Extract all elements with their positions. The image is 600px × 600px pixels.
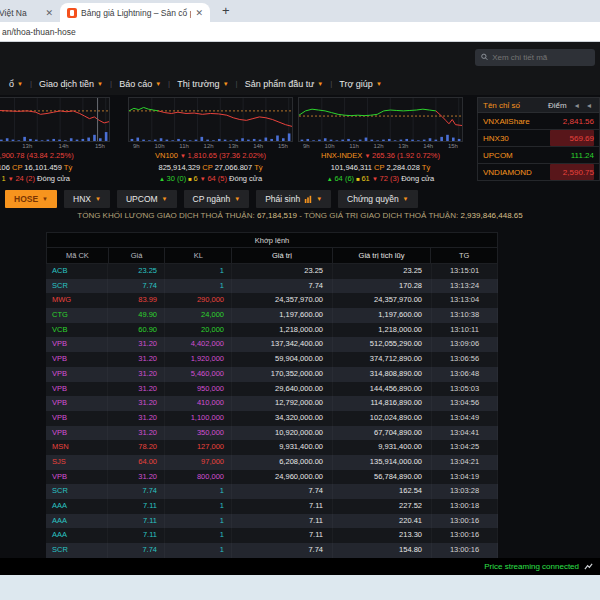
trade-row-msn[interactable]: MSN78.20127,0009,931,400.009,931,400.001…: [46, 440, 498, 455]
summary-volume-value: 67,184,519: [257, 211, 297, 220]
chevron-down-icon: ▼: [95, 190, 101, 208]
index-row-vndiamond[interactable]: VNDIAMOND2,590.75: [477, 164, 600, 181]
exchange-tab-phái-sinh[interactable]: Phái sinh▼: [256, 190, 331, 208]
trade-row-vpb[interactable]: VPB31.20410,00012,792,000.00114,816,890.…: [46, 396, 498, 411]
menu-item-1[interactable]: ổ▼: [2, 79, 30, 89]
cumulative-value-cell: 162.54: [333, 484, 432, 499]
trade-row-ctg[interactable]: CTG49.9024,0001,197,600.001,197,600.0013…: [46, 308, 498, 323]
session-status: Đóng cửa: [37, 174, 70, 183]
app-page: ổ▼|Giao dịch tiền▼|Báo cáo▼|Thị trường▼|…: [0, 42, 600, 575]
volume-cell: 290,000: [165, 293, 232, 308]
cumulative-value-cell: 24,357,970.00: [333, 293, 432, 308]
value-cell: 1,218,000.00: [232, 323, 333, 338]
trade-row-scr[interactable]: SCR7.7417.74154.8013:00:16: [46, 543, 498, 558]
trade-row-aaa[interactable]: AAA7.1117.11213.3013:00:16: [46, 528, 498, 543]
browser-tab-2[interactable]: Bảng giá Lightning – Sàn cổ ph ✕: [60, 3, 210, 22]
index-sparkline-chart: [128, 97, 293, 142]
exchange-tab-label: Phái sinh: [265, 190, 300, 208]
index-name-line: VN100 ▼ 1,810.65 (37.36 2.02%): [128, 150, 293, 162]
summary-value-value: 2,939,846,448.65: [460, 211, 522, 220]
trade-row-scr[interactable]: SCR7.7417.74170.2813:13:24: [46, 279, 498, 294]
volume-cell: 20,000: [165, 323, 232, 338]
trade-row-vpb[interactable]: VPB31.20950,00029,640,000.00144,456,890.…: [46, 382, 498, 397]
cumulative-value-cell: 144,456,890.00: [333, 382, 432, 397]
time-cell: 13:13:04: [432, 293, 498, 308]
site-favicon-icon: [67, 8, 77, 18]
ticker-code: CTG: [46, 308, 108, 323]
time-cell: 13:05:03: [432, 382, 498, 397]
trade-row-vpb[interactable]: VPB31.201,920,00059,904,000.00374,712,89…: [46, 352, 498, 367]
trade-row-vpb[interactable]: VPB31.205,460,000170,352,000.00314,808,8…: [46, 367, 498, 382]
trade-row-vpb[interactable]: VPB31.201,100,00034,320,000.00102,024,89…: [46, 411, 498, 426]
trade-row-sjs[interactable]: SJS64.0097,0006,208,000.00135,914,000.00…: [46, 455, 498, 470]
chevron-down-icon: ▼: [155, 81, 161, 87]
cumulative-value-cell: 23.25: [333, 264, 432, 279]
index-name: HNX-INDEX: [321, 151, 364, 160]
tab-close-icon[interactable]: ✕: [195, 8, 203, 18]
time-axis-label: 12h: [204, 142, 214, 150]
trade-row-aaa[interactable]: AAA7.1117.11220.4113:00:16: [46, 514, 498, 529]
trade-row-mwg[interactable]: MWG83.99290,00024,357,970.0024,357,970.0…: [46, 293, 498, 308]
value-cell: 7.74: [232, 484, 333, 499]
menu-item-5[interactable]: Sản phẩm đầu tư▼: [238, 79, 331, 89]
price-cell: 7.74: [108, 279, 165, 294]
floor-count: (3): [390, 174, 401, 183]
trade-row-acb[interactable]: ACB23.25123.2523.2513:15:01: [46, 264, 498, 279]
value-cell: 24,357,970.00: [232, 293, 333, 308]
volume-cell: 97,000: [165, 455, 232, 470]
menu-item-4[interactable]: Thị trường▼: [170, 79, 235, 89]
table-group-header: Khớp lệnh: [46, 232, 498, 248]
trade-row-scr[interactable]: SCR7.7417.74162.5413:03:28: [46, 484, 498, 499]
summary-volume-label: TỔNG KHỐI LƯỢNG GIAO DỊCH THOẢ THUẬN:: [77, 211, 254, 220]
time-axis-label: 15h: [448, 142, 458, 150]
value-cell: 1,197,600.00: [232, 308, 333, 323]
ticker-search-box[interactable]: [475, 49, 595, 66]
search-input[interactable]: [492, 53, 589, 62]
time-axis-label: 12h: [374, 142, 384, 150]
index-volume: 825,914,329: [158, 163, 202, 172]
address-bar[interactable]: an/thoa-thuan-hose: [0, 22, 600, 42]
price-cell: 31.20: [108, 367, 165, 382]
carousel-arrows-icon[interactable]: ◂ ◂: [575, 98, 594, 112]
exchange-tab-cp-ngành[interactable]: CP ngành▼: [184, 190, 250, 208]
index-turnover: 16,101.459: [24, 163, 64, 172]
new-tab-button[interactable]: +: [222, 0, 230, 22]
ticker-code: VPB: [46, 337, 108, 352]
ticker-code: SCR: [46, 543, 108, 558]
price-cell: 31.20: [108, 396, 165, 411]
up-arrow-icon: ▲: [159, 176, 167, 182]
trade-row-vpb[interactable]: VPB31.204,402,000137,342,400.00512,055,2…: [46, 337, 498, 352]
menu-item-2[interactable]: Giao dịch tiền▼: [32, 79, 110, 89]
volume-cell: 410,000: [165, 396, 232, 411]
index-row-hnx30[interactable]: HNX30569.69: [477, 130, 600, 147]
trade-row-vcb[interactable]: VCB60.9020,0001,218,000.001,218,000.0013…: [46, 323, 498, 338]
trade-row-vpb[interactable]: VPB31.20800,00024,960,000.0056,784,890.0…: [46, 470, 498, 485]
exchange-tab-upcom[interactable]: UPCOM▼: [117, 190, 177, 208]
value-cell: 29,640,000.00: [232, 382, 333, 397]
ticker-code: VPB: [46, 470, 108, 485]
ticker-code: AAA: [46, 514, 108, 529]
time-cell: 13:04:56: [432, 396, 498, 411]
index-name-line: HNX-INDEX ▼ 265.36 (1.92 0.72%): [298, 150, 463, 162]
index-row-upcom[interactable]: UPCOM111.24: [477, 147, 600, 164]
menu-item-3[interactable]: Báo cáo▼: [112, 79, 168, 89]
value-cell: 59,904,000.00: [232, 352, 333, 367]
browser-tab-1[interactable]: CP Việt Na ✕: [0, 3, 60, 22]
volume-cell: 950,000: [165, 382, 232, 397]
time-axis: 11h12h13h14h15h: [0, 142, 110, 150]
exchange-tab-chứng-quyền[interactable]: Chứng quyền▼: [338, 190, 417, 208]
advancers-count: 30: [167, 174, 177, 183]
time-axis-label: 14h: [59, 142, 69, 150]
index-row-vnxallshare[interactable]: VNXAllShare2,841.56: [477, 113, 600, 130]
chevron-down-icon: ▼: [317, 81, 323, 87]
tab-close-icon[interactable]: ✕: [45, 8, 53, 18]
exchange-tab-hnx[interactable]: HNX▼: [64, 190, 110, 208]
menu-bar: ổ▼|Giao dịch tiền▼|Báo cáo▼|Thị trường▼|…: [0, 72, 600, 95]
exchange-tab-hose[interactable]: HOSE▼: [5, 190, 57, 208]
menu-item-6[interactable]: Trợ giúp▼: [332, 79, 389, 89]
cumulative-value-cell: 220.41: [333, 514, 432, 529]
trade-row-vpb[interactable]: VPB31.20350,00010,920,000.0067,704,890.0…: [46, 426, 498, 441]
time-axis-label: 10h: [324, 142, 334, 150]
column-header-5: Giá trị tích lũy: [333, 248, 432, 263]
trade-row-aaa[interactable]: AAA7.1117.11227.5213:00:18: [46, 499, 498, 514]
